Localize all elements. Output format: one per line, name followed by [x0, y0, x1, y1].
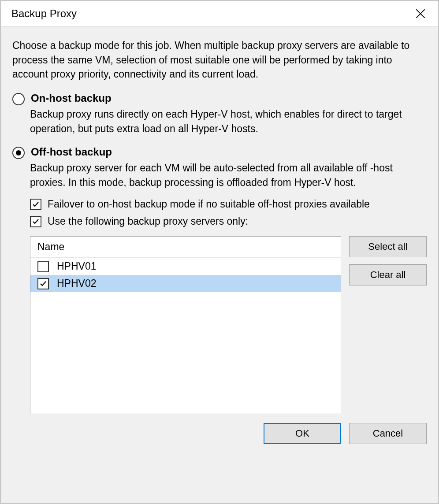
proxy-list: Name HPHV01: [30, 236, 341, 414]
offhost-description: Backup proxy server for each VM will be …: [30, 161, 427, 189]
ok-button[interactable]: OK: [264, 423, 341, 444]
failover-checkbox[interactable]: [30, 199, 41, 210]
proxy-row[interactable]: HPHV02: [30, 275, 341, 292]
use-only-option[interactable]: Use the following backup proxy servers o…: [30, 215, 427, 227]
check-icon: [40, 280, 47, 287]
onhost-label: On-host backup: [31, 91, 112, 105]
backup-proxy-dialog: Backup Proxy Choose a backup mode for th…: [0, 0, 439, 504]
onhost-option[interactable]: On-host backup: [12, 91, 427, 105]
onhost-radio[interactable]: [12, 93, 25, 105]
onhost-description: Backup proxy runs directly on each Hyper…: [30, 107, 427, 136]
proxy-buttons: Select all Clear all: [349, 236, 427, 414]
failover-label: Failover to on-host backup mode if no su…: [48, 198, 370, 210]
dialog-title: Backup Proxy: [11, 7, 412, 20]
backup-mode-group: On-host backup Backup proxy runs directl…: [12, 91, 427, 414]
proxy-name: HPHV02: [57, 278, 96, 289]
dialog-footer: OK Cancel: [12, 414, 427, 444]
titlebar: Backup Proxy: [1, 1, 438, 27]
offhost-radio[interactable]: [12, 147, 25, 159]
check-icon: [32, 201, 39, 208]
use-only-checkbox[interactable]: [30, 216, 41, 227]
cancel-button[interactable]: Cancel: [349, 423, 427, 444]
proxy-row[interactable]: HPHV01: [30, 258, 341, 275]
dialog-content: Choose a backup mode for this job. When …: [1, 27, 438, 503]
proxy-items: HPHV01 HPHV02: [30, 258, 341, 414]
use-only-label: Use the following backup proxy servers o…: [48, 215, 248, 227]
clear-all-button[interactable]: Clear all: [349, 264, 427, 285]
select-all-button[interactable]: Select all: [349, 236, 427, 257]
dialog-description: Choose a backup mode for this job. When …: [12, 38, 427, 82]
proxy-checkbox[interactable]: [37, 278, 49, 289]
offhost-label: Off-host backup: [31, 145, 112, 159]
proxy-section: Name HPHV01: [30, 236, 427, 414]
proxy-column-header[interactable]: Name: [30, 237, 341, 258]
check-icon: [32, 218, 39, 225]
proxy-name: HPHV01: [57, 260, 96, 272]
offhost-option[interactable]: Off-host backup: [12, 145, 427, 159]
proxy-checkbox[interactable]: [37, 261, 49, 272]
close-button[interactable]: [412, 5, 429, 22]
failover-option[interactable]: Failover to on-host backup mode if no su…: [30, 198, 427, 210]
close-icon: [416, 9, 425, 19]
